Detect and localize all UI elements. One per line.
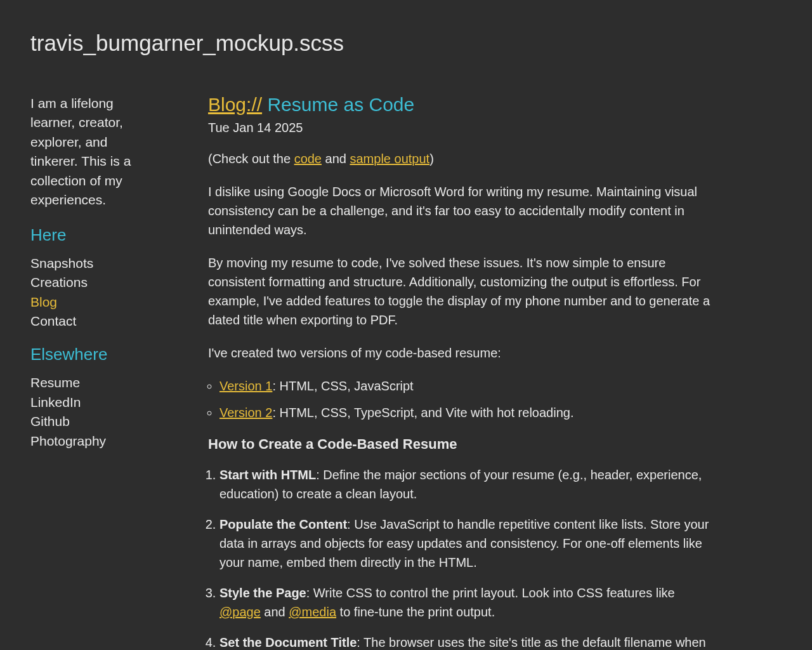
version-1-desc: : HTML, CSS, JavaScript	[272, 379, 413, 393]
howto-step-1: Start with HTML: Define the major sectio…	[219, 465, 716, 503]
howto-list: Start with HTML: Define the major sectio…	[208, 465, 716, 650]
sidebar-intro: I am a lifelong learner, creator, explor…	[30, 94, 157, 210]
step-label: Set the Document Title	[219, 635, 357, 649]
intro-pre: (Check out the	[208, 152, 294, 166]
nav-item-photography[interactable]: Photography	[30, 432, 157, 451]
version-list: Version 1: HTML, CSS, JavaScript Version…	[208, 376, 716, 422]
blog-prefix-link[interactable]: Blog://	[208, 94, 262, 115]
nav-link[interactable]: Creations	[30, 275, 88, 289]
nav-item-contact[interactable]: Contact	[30, 312, 157, 331]
nav-link[interactable]: Snapshots	[30, 256, 93, 270]
howto-step-4: Set the Document Title: The browser uses…	[219, 633, 716, 650]
version-2-link[interactable]: Version 2	[219, 406, 272, 420]
version-1-link[interactable]: Version 1	[219, 379, 272, 393]
post-date: Tue Jan 14 2025	[208, 121, 716, 135]
version-item-2: Version 2: HTML, CSS, TypeScript, and Vi…	[219, 403, 716, 422]
howto-step-2: Populate the Content: Use JavaScript to …	[219, 515, 716, 572]
intro-post: )	[429, 152, 434, 166]
nav-item-blog[interactable]: Blog	[30, 293, 157, 312]
nav-item-github[interactable]: Github	[30, 412, 157, 431]
nav-link[interactable]: Contact	[30, 314, 76, 328]
step-desc-pre: : Write CSS to control the print layout.…	[306, 586, 675, 600]
page-title: travis_bumgarner_mockup.scss	[30, 30, 782, 56]
paragraph-1: I dislike using Google Docs or Microsoft…	[208, 182, 716, 239]
paragraph-2: By moving my resume to code, I've solved…	[208, 253, 716, 329]
paragraph-3: I've created two versions of my code-bas…	[208, 343, 716, 362]
nav-here: Snapshots Creations Blog Contact	[30, 254, 157, 331]
intro-mid: and	[322, 152, 350, 166]
layout: I am a lifelong learner, creator, explor…	[30, 94, 782, 650]
nav-item-linkedin[interactable]: LinkedIn	[30, 393, 157, 412]
code-link[interactable]: code	[294, 152, 322, 166]
howto-step-3: Style the Page: Write CSS to control the…	[219, 583, 716, 621]
nav-elsewhere: Resume LinkedIn Github Photography	[30, 373, 157, 451]
nav-item-creations[interactable]: Creations	[30, 273, 157, 292]
post-title-text: Resume as Code	[262, 94, 414, 115]
step-desc-mid: and	[261, 605, 289, 619]
nav-link[interactable]: Photography	[30, 434, 106, 448]
sidebar-heading-elsewhere: Elsewhere	[30, 345, 157, 364]
main-content: Blog:// Resume as Code Tue Jan 14 2025 (…	[208, 94, 716, 650]
version-2-desc: : HTML, CSS, TypeScript, and Vite with h…	[272, 406, 573, 420]
nav-item-snapshots[interactable]: Snapshots	[30, 254, 157, 273]
step-desc-post: to fine-tune the print output.	[336, 605, 495, 619]
step-label: Populate the Content	[219, 517, 347, 531]
nav-link[interactable]: Resume	[30, 375, 80, 390]
step-label: Start with HTML	[219, 468, 316, 482]
intro-paragraph: (Check out the code and sample output)	[208, 149, 716, 168]
sidebar-heading-here: Here	[30, 225, 157, 245]
nav-link[interactable]: Github	[30, 414, 70, 428]
at-media-link[interactable]: @media	[289, 605, 336, 619]
sidebar: I am a lifelong learner, creator, explor…	[30, 94, 157, 650]
nav-item-resume[interactable]: Resume	[30, 373, 157, 392]
howto-heading: How to Create a Code-Based Resume	[208, 436, 716, 453]
version-item-1: Version 1: HTML, CSS, JavaScript	[219, 376, 716, 395]
step-label: Style the Page	[219, 586, 306, 600]
at-page-link[interactable]: @page	[219, 605, 261, 619]
nav-link[interactable]: LinkedIn	[30, 395, 81, 409]
sample-output-link[interactable]: sample output	[350, 152, 429, 166]
post-title: Blog:// Resume as Code	[208, 94, 716, 116]
